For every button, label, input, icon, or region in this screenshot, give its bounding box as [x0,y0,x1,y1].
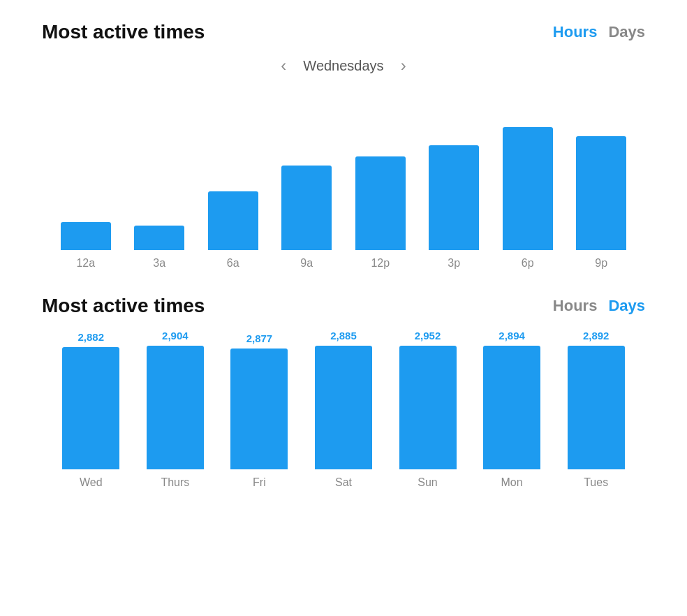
day-bar [62,347,119,469]
day-bar-group: 2,882 [54,330,128,469]
day-x-label: Fri [228,476,290,489]
next-day-button[interactable]: › [401,56,406,75]
day-x-label: Tues [565,476,628,489]
day-bar-group: 2,885 [306,330,380,469]
section1-toggle-group: Hours Days [553,23,645,41]
day-bar-value: 2,892 [583,330,610,342]
day-bar-value: 2,877 [246,332,273,344]
section2-days-toggle[interactable]: Days [608,297,645,315]
hour-x-label: 3p [422,257,485,270]
day-bar-group: 2,952 [391,330,464,469]
hour-bar [355,156,406,250]
day-bar-value: 2,882 [78,331,105,343]
day-bar-group: 2,892 [559,330,633,469]
hour-x-label: 3a [128,257,191,270]
section2-toggle-group: Hours Days [553,297,645,315]
hour-bar-group [570,136,633,250]
hour-bar-group [496,127,559,250]
day-x-label: Sun [397,476,459,489]
section-divider [42,270,645,295]
hour-bar [281,166,332,250]
hour-bar [576,136,626,250]
hour-bar [429,145,479,250]
hour-bar-group [422,145,485,250]
day-x-label: Mon [480,476,543,489]
hour-bar [503,127,553,250]
section1-days-toggle[interactable]: Days [608,23,645,41]
day-bar-value: 2,952 [415,330,441,342]
section2-hours-toggle[interactable]: Hours [553,297,598,315]
day-bar-value: 2,894 [498,330,525,342]
day-bar [230,349,288,469]
section2: Most active times Hours Days 2,8822,9042… [42,295,645,489]
hour-x-label: 12p [349,257,412,270]
prev-day-button[interactable]: ‹ [281,56,286,75]
hour-bar-group [202,191,265,250]
days-chart: 2,8822,9042,8772,8852,9522,8942,892 [42,330,645,469]
day-x-label: Wed [59,476,122,489]
section1-title: Most active times [42,21,205,43]
day-bar-group: 2,904 [138,330,212,469]
day-bar [315,346,372,469]
section1-header: Most active times Hours Days [42,21,645,43]
hour-bar-group [275,166,338,250]
hour-bar-group [349,156,412,250]
section2-header: Most active times Hours Days [42,295,645,317]
day-bar [147,346,204,469]
hour-bar-group [54,222,117,250]
hour-bar [134,226,184,250]
hour-bar [208,191,258,250]
section2-title: Most active times [42,295,205,317]
day-bar-group: 2,877 [223,330,296,469]
hour-bar-group [128,226,191,250]
hours-chart [42,96,645,250]
current-day-label: Wednesdays [303,58,383,74]
day-bar-group: 2,894 [475,330,549,469]
hour-x-label: 9a [275,257,338,270]
day-navigator: ‹ Wednesdays › [42,56,645,75]
day-bar [483,346,540,469]
day-bar-value: 2,904 [162,330,189,342]
day-bar-value: 2,885 [330,330,357,342]
hour-x-label: 9p [570,257,633,270]
hour-bar [61,222,111,250]
day-x-label: Thurs [144,476,207,489]
section1: Most active times Hours Days ‹ Wednesday… [42,21,645,270]
hours-x-labels: 12a3a6a9a12p3p6p9p [42,257,645,270]
day-x-label: Sat [312,476,375,489]
hour-x-label: 12a [54,257,117,270]
day-bar [399,346,457,469]
hour-x-label: 6p [496,257,559,270]
section1-hours-toggle[interactable]: Hours [553,23,598,41]
days-x-labels: WedThursFriSatSunMonTues [42,476,645,489]
hour-x-label: 6a [202,257,265,270]
day-bar [568,346,625,469]
